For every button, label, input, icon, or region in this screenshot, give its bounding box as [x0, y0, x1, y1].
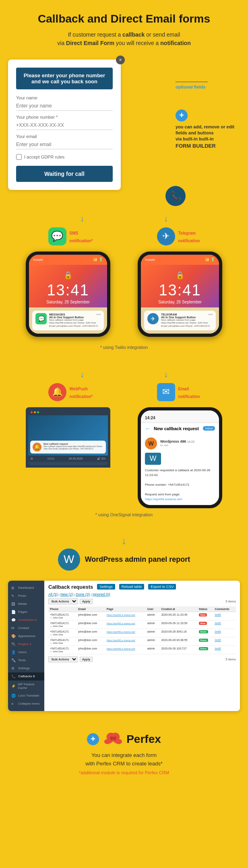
cell-status: Done	[197, 637, 213, 645]
filter-done[interactable]: Done (3)	[76, 592, 90, 596]
webpush-text: WebPush notification*	[70, 384, 93, 400]
filter-new[interactable]: New (2)	[60, 592, 73, 596]
email-topbar: 14:24	[141, 410, 219, 423]
export-csv-tab[interactable]: Export to CSV	[148, 584, 176, 590]
filter-all[interactable]: All (5)	[48, 592, 58, 596]
collapse-icon: ≡	[11, 702, 16, 706]
sms-phone: Vodafe 📶 🔋 🔒 13:41 Saturday, 26 Septembe…	[26, 252, 110, 337]
status-badge: Done	[199, 630, 208, 633]
col-user: User	[146, 606, 160, 612]
taskbar-date: 26.09.2020	[69, 457, 83, 460]
settings-tab[interactable]: Settings	[97, 584, 115, 590]
col-status: Status	[197, 606, 213, 612]
sidebar-item-callbacks[interactable]: 📞 Callbacks 8	[8, 672, 44, 680]
phones-row: Vodafe 📶 🔋 🔒 13:41 Saturday, 26 Septembe…	[8, 252, 240, 337]
email-sender-time: 14:23	[187, 440, 194, 443]
cell-edit[interactable]: [edit]	[213, 620, 236, 629]
gdpr-label: I accept GDPR rules	[24, 155, 64, 159]
cell-user: admin	[146, 612, 160, 620]
col-page: Page	[105, 606, 146, 612]
filter-ignored[interactable]: Ignored (0)	[93, 592, 110, 596]
taskbar-time: 14:21	[48, 457, 55, 460]
sidebar-item-collapse[interactable]: ≡ Collapse menu	[8, 700, 44, 708]
notif-labels-bottom: 🔔 WebPush notification* ✉ Email notifica…	[8, 383, 240, 401]
cell-edit[interactable]: [edit]	[213, 629, 236, 637]
phone-input[interactable]	[16, 121, 113, 130]
reload-table-tab[interactable]: Reload table	[119, 584, 145, 590]
email-sender-name: Wordpress 496	[160, 439, 186, 443]
telegram-topbar: Vodafe 📶 🔋	[141, 255, 219, 265]
submit-button[interactable]: Waiting for call	[16, 166, 113, 182]
sms-topbar: Vodafe 📶 🔋	[29, 255, 107, 265]
cell-email: john@doe.com	[76, 629, 105, 637]
cell-created: 2020-09-26 11:23:50	[159, 620, 197, 629]
email-icon: ✉	[157, 383, 175, 401]
cell-edit[interactable]: [edit]	[213, 612, 236, 620]
callbacks-table: Phone Email Page User Created at Status …	[48, 606, 236, 654]
sidebar-item-wpcache[interactable]: ⚡ WP Fastest Cache	[8, 680, 44, 692]
callback-form-card: × Please enter your phone number and we …	[8, 60, 121, 190]
arrow-right-2: ↓	[164, 370, 168, 379]
email-sender-info: Wordpress 496 14:23 to me	[160, 439, 215, 447]
cell-phone: +54714514171— John Doe	[48, 645, 76, 654]
sidebar-item-posts[interactable]: ✎ Posts	[8, 592, 44, 600]
users-icon: 👤	[11, 650, 16, 654]
table-row: +54714514171— John Doe john@doe.com http…	[48, 645, 236, 654]
sidebar-item-tools[interactable]: 🔧 Tools	[8, 656, 44, 664]
bulk-apply-button[interactable]: Apply	[80, 599, 93, 604]
col-created: Created at	[159, 606, 197, 612]
email-back-icon[interactable]: ←	[145, 425, 151, 432]
sidebar-item-users[interactable]: 👤 Users	[8, 648, 44, 656]
email-page-link[interactable]: https://wp496.areama.net/	[145, 497, 182, 501]
sidebar-item-dashboard[interactable]: ⊞ Dashboard	[8, 584, 44, 592]
telegram-app-icon: ✈	[147, 313, 159, 324]
wp-logo: W	[58, 548, 80, 571]
sidebar-item-media[interactable]: 🖼 Media	[8, 600, 44, 608]
sms-phone-screen: Vodafe 📶 🔋 🔒 13:41 Saturday, 26 Septembe…	[29, 255, 107, 334]
laptop-desktop: 🔔 New callback request New callback requ…	[28, 415, 108, 456]
perfex-plus-icon: +	[87, 733, 99, 745]
sidebar-item-comments[interactable]: 💬 Comments 8	[8, 616, 44, 624]
bulk-actions-select-bottom[interactable]: Bulk Actions	[48, 656, 78, 662]
telegram-date: Saturday, 26 September	[145, 300, 215, 304]
bulk-actions-select[interactable]: Bulk Actions	[48, 598, 78, 604]
sidebar-item-loco[interactable]: 🌐 Loco Translate	[8, 692, 44, 700]
perfex-logo: Perfex	[103, 731, 161, 747]
email-nav: ← New callback request Inbox	[141, 423, 219, 434]
desktop-notification: 🔔 New callback request New callback requ…	[30, 441, 106, 454]
email-body: W Wordpress 496 14:23 to me W Cu	[141, 434, 219, 505]
twilio-note: * using Twilio integration	[8, 345, 240, 350]
name-input[interactable]	[16, 101, 113, 111]
cell-created: 2020-09-26 103:727	[159, 645, 197, 654]
cell-page: https://wp496.a reama.net/	[105, 645, 146, 654]
sidebar-item-pages[interactable]: 📄 Pages	[8, 608, 44, 616]
notifications-section: ↓ ↓ 💬 SMS notification* ✈ Telegram notif…	[0, 198, 248, 366]
sms-notification: 💬 MESSAGES now All in One Support Button…	[32, 311, 104, 330]
sidebar-item-settings[interactable]: ⚙ Settings	[8, 664, 44, 672]
laptop-topbar	[28, 410, 108, 415]
telegram-lock-icon: 🔒	[145, 271, 215, 280]
bulk-apply-button-bottom[interactable]: Apply	[80, 657, 93, 662]
email-subject: New callback request	[154, 426, 200, 431]
plus-icon: +	[176, 109, 188, 122]
posts-icon: ✎	[11, 594, 16, 598]
wp-title: WordPress admin panel report	[85, 555, 190, 564]
email-phone-container: 14:24 ← New callback request Inbox W Wor…	[138, 407, 222, 508]
admin-filter-tabs: All (5) | New (2) | Done (3) | Ignored (…	[48, 592, 236, 596]
sidebar-item-plugins[interactable]: 🔌 Plugins 2	[8, 640, 44, 648]
close-button[interactable]: ×	[116, 56, 125, 64]
desktop-notif-icon: 🔔	[33, 443, 41, 452]
sidebar-item-contact[interactable]: ✉ Contact	[8, 624, 44, 632]
cell-edit[interactable]: [edit]	[213, 637, 236, 645]
cell-user: admin	[146, 620, 160, 629]
gdpr-checkbox[interactable]	[16, 154, 22, 160]
sidebar-item-appearance[interactable]: 🎨 Appearance	[8, 632, 44, 640]
email-input[interactable]	[16, 140, 113, 149]
cell-edit[interactable]: [edit]	[213, 645, 236, 654]
name-label: Your name	[16, 95, 113, 100]
email-text: Email notification	[178, 384, 200, 400]
header-section: Callback and Direct Email forms If custo…	[0, 0, 248, 56]
media-icon: 🖼	[11, 602, 16, 606]
cell-email: john@doe.com	[76, 645, 105, 654]
laptop-base	[28, 462, 108, 465]
